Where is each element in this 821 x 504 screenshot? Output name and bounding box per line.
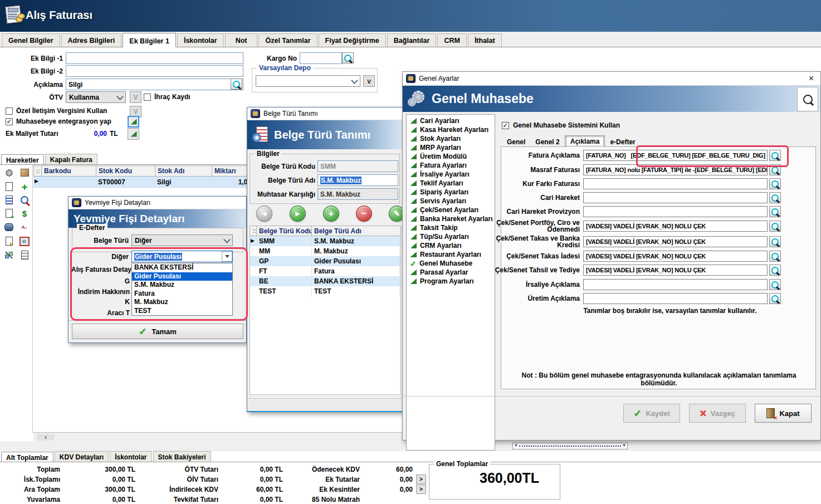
tab-iskontolar[interactable]: İskontolar [177, 33, 224, 47]
aciklama-input[interactable]: Silgi [66, 79, 243, 90]
add-row-icon[interactable]: + [18, 181, 31, 192]
tab-ithalat[interactable]: İthalat [468, 33, 502, 47]
lookup-button[interactable] [769, 251, 781, 262]
nav-back-button[interactable]: ◄ [256, 205, 272, 222]
search-icon[interactable] [18, 194, 31, 205]
tab-baglantilar[interactable]: Bağlantılar [387, 33, 437, 47]
dropdown-option[interactable]: S.M. Makbuz [132, 281, 232, 290]
field-input[interactable] [583, 293, 768, 304]
lookup-button[interactable] [769, 206, 781, 217]
lookup-button[interactable] [769, 265, 781, 276]
dropdown-option[interactable]: Fatura [132, 290, 232, 299]
table-row[interactable]: GP Gider Pusulası [250, 256, 400, 266]
header-search-button[interactable] [797, 87, 818, 111]
kargo-no-lookup-button[interactable] [342, 52, 354, 63]
tab-hareketler[interactable]: Hareketler [1, 154, 44, 165]
grid-hscrollbar[interactable]: ‹ [33, 432, 429, 442]
ihrac-kaydi-checkbox[interactable] [144, 94, 151, 101]
muhasebe-detail-button[interactable] [128, 116, 139, 128]
remove-button[interactable]: − [356, 205, 372, 222]
kargo-no-input[interactable] [300, 52, 342, 64]
varsayilan-depo-select[interactable] [256, 75, 360, 87]
field-input[interactable] [583, 206, 768, 217]
field-input[interactable]: [FATURA_NO] nolu [FATURA_TIPI] ile -[EDF… [583, 164, 768, 175]
tab-crm[interactable]: CRM [437, 33, 466, 47]
lookup-button[interactable] [769, 192, 781, 203]
table-row[interactable]: MM M. Makbuz [250, 246, 400, 256]
col-stok-kodu[interactable]: Stok Kodu [96, 165, 155, 177]
ek-bilgi-1-input[interactable] [66, 52, 243, 64]
lookup-button[interactable] [769, 236, 781, 247]
aciklama-lookup-button[interactable] [231, 79, 242, 90]
genel-ayarlar-titlebar[interactable]: Genel Ayarlar × [403, 72, 820, 86]
pause-icon[interactable]: II [18, 236, 31, 247]
muhtasar-input[interactable]: S.M. Makbuz [317, 188, 398, 200]
vazgec-button[interactable]: × Vazgeç [689, 404, 746, 423]
table-row[interactable]: BE BANKA EKSTERSİ [250, 276, 400, 286]
table-row[interactable]: FT Fatura [250, 266, 400, 276]
field-input[interactable] [583, 192, 768, 203]
notes-document-icon[interactable] [18, 249, 31, 261]
tab-kapali-fatura[interactable]: Kapalı Fatura [45, 154, 97, 165]
ozel-iletisim-checkbox[interactable] [6, 107, 13, 115]
ek-bilgi-2-input[interactable] [66, 65, 243, 77]
add-button[interactable]: + [323, 205, 339, 222]
dropdown-option-selected[interactable]: Gider Pusulası [132, 272, 232, 281]
tree-item-stok[interactable]: Stok Ayarları [407, 134, 495, 143]
dropdown-option[interactable]: TEST [132, 307, 232, 316]
belge-turu-adi-input[interactable]: S.M. Makbuz [317, 174, 398, 186]
ga-tab-e-defter[interactable]: e-Defter [605, 136, 640, 148]
ek-maliyet-detail-button[interactable] [128, 128, 139, 140]
edit-document-icon[interactable] [2, 194, 16, 205]
diger-combobox[interactable]: Gider Pusulası [131, 251, 233, 262]
otv-v-button[interactable]: V [130, 91, 141, 103]
belge-turu-select[interactable]: Diğer [131, 234, 233, 246]
lookup-button[interactable] [769, 221, 781, 232]
kapat-button[interactable]: Kapat [755, 404, 812, 423]
dropdown-option[interactable]: BANKA EKSTERSİ [132, 263, 232, 272]
ek-kesintiler-more-button[interactable]: > [416, 485, 426, 494]
col-barkodu[interactable]: Barkodu [41, 165, 96, 177]
tab-stok-bakiyeleri[interactable]: Stok Bakiyeleri [153, 451, 211, 462]
table-row[interactable]: ▶ ST00007 Silgi 1,00 [33, 177, 255, 188]
col-stok-adi[interactable]: Stok Adı [155, 165, 212, 177]
tab-ek-bilgiler-1[interactable]: Ek Bilgiler 1 [123, 33, 176, 47]
link-icon[interactable] [2, 249, 16, 261]
currency-icon[interactable]: $ [18, 208, 31, 219]
archive-icon[interactable] [2, 222, 16, 233]
tab-fiyat-degistirme[interactable]: Fiyat Değiştirme [319, 33, 386, 47]
field-input[interactable]: [VADESI] VADELİ [EVRAK_NO] NOLU ÇEK [583, 221, 768, 232]
package-icon[interactable] [18, 167, 31, 178]
ga-tab-genel[interactable]: Genel [502, 136, 530, 148]
field-input[interactable]: [VADESI] VADELİ [EVRAK_NO] NOLU ÇEK [583, 265, 768, 276]
muhasebe-checkbox[interactable]: ✓ [6, 118, 13, 125]
use-system-checkbox[interactable]: ✓ [502, 122, 509, 129]
belge-turu-titlebar[interactable]: Belge Türü Tanımı [247, 107, 402, 120]
dropdown-option[interactable]: M. Makbuz [132, 298, 232, 307]
col-belge-turu-adi[interactable]: Belge Türü Adı [311, 226, 401, 236]
scroll-left-button[interactable]: ‹ [37, 434, 55, 441]
field-input[interactable]: [VADESI] VADELİ [EVRAK_NO] NOLU ÇEK [583, 251, 768, 262]
field-input[interactable] [583, 178, 768, 189]
sort-az-icon[interactable]: A↓ [18, 222, 31, 233]
tab-not[interactable]: Not [225, 33, 258, 47]
yevmiye-titlebar[interactable]: Yevmiye Fişi Detayları [69, 197, 246, 209]
stamp-document-icon[interactable] [2, 236, 16, 247]
tab-kdv-detaylari[interactable]: KDV Detayları [55, 451, 109, 462]
tab-adres-bilgileri[interactable]: Adres Bilgileri [61, 33, 122, 47]
tab-ozel-tanimlar[interactable]: Özel Tanımlar [258, 33, 317, 47]
close-icon[interactable]: × [805, 74, 817, 84]
ga-tab-genel-2[interactable]: Genel 2 [530, 136, 564, 148]
kaydet-button[interactable]: ✓ Kaydet [623, 404, 680, 423]
nav-forward-button[interactable]: ► [290, 205, 306, 222]
dotted-slider[interactable]: ▼ ▼ [512, 443, 628, 449]
tamam-button[interactable]: ✓ Tamam [72, 324, 243, 339]
tree-item-kasa[interactable]: Kasa Hareket Ayarları [407, 125, 495, 134]
field-input[interactable]: [VADESI] VADELİ [EVRAK_NO] NOLU ÇEK [583, 236, 768, 247]
tab-iskontolar-bottom[interactable]: İskontolar [110, 451, 152, 462]
col-belge-turu-kodu[interactable]: Belge Türü Kodu [256, 226, 312, 236]
ga-tab-aciklama[interactable]: Açıklama [565, 135, 605, 148]
table-row[interactable]: ▶ SMM S.M. Makbuz [250, 236, 400, 246]
tree-item-cari[interactable]: Cari Ayarları [407, 116, 495, 125]
table-row[interactable]: TEST TEST [250, 286, 400, 296]
